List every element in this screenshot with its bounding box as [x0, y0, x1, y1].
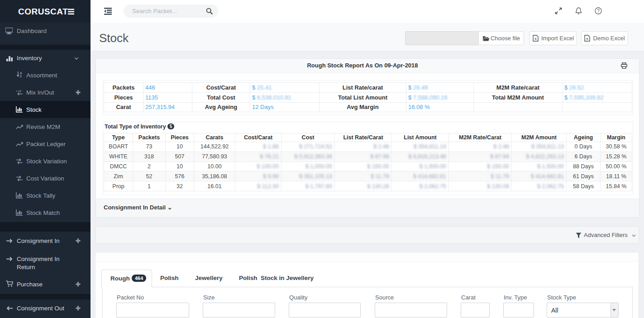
svg-text:x: x — [534, 37, 537, 41]
svg-text:x: x — [587, 37, 589, 41]
svg-text:?: ? — [597, 9, 600, 14]
svg-text:Z: Z — [19, 74, 22, 78]
